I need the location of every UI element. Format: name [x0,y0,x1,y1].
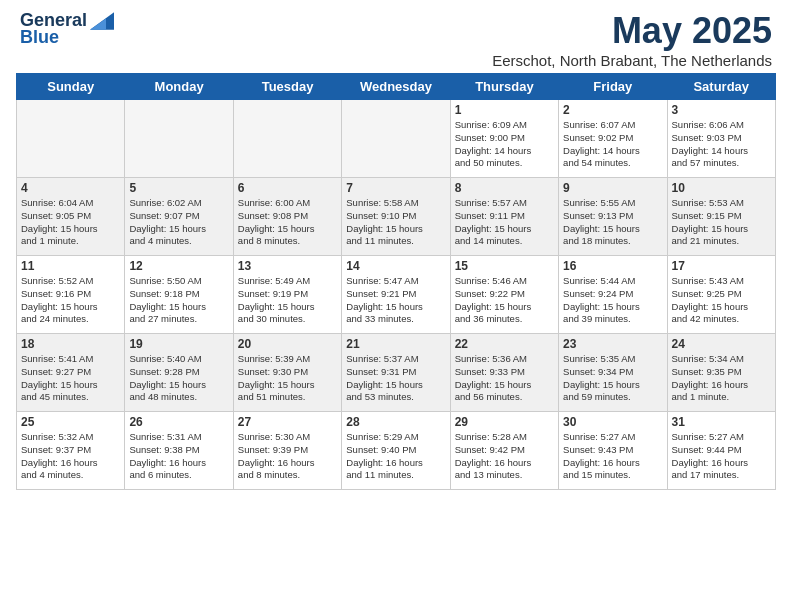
day-info: Sunrise: 5:30 AM Sunset: 9:39 PM Dayligh… [238,431,337,482]
day-number: 9 [563,181,662,195]
day-info: Sunrise: 5:32 AM Sunset: 9:37 PM Dayligh… [21,431,120,482]
day-number: 25 [21,415,120,429]
day-number: 5 [129,181,228,195]
day-info: Sunrise: 6:09 AM Sunset: 9:00 PM Dayligh… [455,119,554,170]
day-info: Sunrise: 5:31 AM Sunset: 9:38 PM Dayligh… [129,431,228,482]
day-info: Sunrise: 5:53 AM Sunset: 9:15 PM Dayligh… [672,197,771,248]
day-cell: 7Sunrise: 5:58 AM Sunset: 9:10 PM Daylig… [342,178,450,256]
day-number: 4 [21,181,120,195]
day-number: 30 [563,415,662,429]
day-cell: 25Sunrise: 5:32 AM Sunset: 9:37 PM Dayli… [17,412,125,490]
day-cell: 10Sunrise: 5:53 AM Sunset: 9:15 PM Dayli… [667,178,775,256]
logo-blue-text: Blue [20,27,59,48]
day-number: 28 [346,415,445,429]
day-cell: 17Sunrise: 5:43 AM Sunset: 9:25 PM Dayli… [667,256,775,334]
header-sunday: Sunday [17,74,125,100]
day-info: Sunrise: 5:57 AM Sunset: 9:11 PM Dayligh… [455,197,554,248]
day-info: Sunrise: 5:50 AM Sunset: 9:18 PM Dayligh… [129,275,228,326]
day-number: 16 [563,259,662,273]
location: Eerschot, North Brabant, The Netherlands [492,52,772,69]
day-number: 14 [346,259,445,273]
day-number: 27 [238,415,337,429]
day-cell: 13Sunrise: 5:49 AM Sunset: 9:19 PM Dayli… [233,256,341,334]
day-cell: 2Sunrise: 6:07 AM Sunset: 9:02 PM Daylig… [559,100,667,178]
week-row-3: 11Sunrise: 5:52 AM Sunset: 9:16 PM Dayli… [17,256,776,334]
day-number: 17 [672,259,771,273]
calendar-table: Sunday Monday Tuesday Wednesday Thursday… [16,73,776,490]
day-info: Sunrise: 5:43 AM Sunset: 9:25 PM Dayligh… [672,275,771,326]
day-info: Sunrise: 6:06 AM Sunset: 9:03 PM Dayligh… [672,119,771,170]
calendar-header-row: Sunday Monday Tuesday Wednesday Thursday… [17,74,776,100]
day-info: Sunrise: 5:58 AM Sunset: 9:10 PM Dayligh… [346,197,445,248]
header-saturday: Saturday [667,74,775,100]
week-row-2: 4Sunrise: 6:04 AM Sunset: 9:05 PM Daylig… [17,178,776,256]
day-cell: 27Sunrise: 5:30 AM Sunset: 9:39 PM Dayli… [233,412,341,490]
day-number: 6 [238,181,337,195]
day-cell [233,100,341,178]
day-info: Sunrise: 5:35 AM Sunset: 9:34 PM Dayligh… [563,353,662,404]
day-number: 2 [563,103,662,117]
day-info: Sunrise: 5:55 AM Sunset: 9:13 PM Dayligh… [563,197,662,248]
day-number: 20 [238,337,337,351]
day-number: 11 [21,259,120,273]
day-cell: 4Sunrise: 6:04 AM Sunset: 9:05 PM Daylig… [17,178,125,256]
day-cell: 24Sunrise: 5:34 AM Sunset: 9:35 PM Dayli… [667,334,775,412]
day-cell: 29Sunrise: 5:28 AM Sunset: 9:42 PM Dayli… [450,412,558,490]
day-cell: 18Sunrise: 5:41 AM Sunset: 9:27 PM Dayli… [17,334,125,412]
day-info: Sunrise: 6:04 AM Sunset: 9:05 PM Dayligh… [21,197,120,248]
day-cell: 12Sunrise: 5:50 AM Sunset: 9:18 PM Dayli… [125,256,233,334]
day-info: Sunrise: 5:46 AM Sunset: 9:22 PM Dayligh… [455,275,554,326]
day-cell: 19Sunrise: 5:40 AM Sunset: 9:28 PM Dayli… [125,334,233,412]
header-thursday: Thursday [450,74,558,100]
day-number: 7 [346,181,445,195]
day-number: 8 [455,181,554,195]
day-number: 18 [21,337,120,351]
calendar-wrapper: Sunday Monday Tuesday Wednesday Thursday… [0,73,792,494]
day-cell: 11Sunrise: 5:52 AM Sunset: 9:16 PM Dayli… [17,256,125,334]
day-cell: 14Sunrise: 5:47 AM Sunset: 9:21 PM Dayli… [342,256,450,334]
day-info: Sunrise: 5:37 AM Sunset: 9:31 PM Dayligh… [346,353,445,404]
day-number: 1 [455,103,554,117]
day-number: 24 [672,337,771,351]
day-number: 19 [129,337,228,351]
day-cell: 5Sunrise: 6:02 AM Sunset: 9:07 PM Daylig… [125,178,233,256]
week-row-4: 18Sunrise: 5:41 AM Sunset: 9:27 PM Dayli… [17,334,776,412]
day-cell: 16Sunrise: 5:44 AM Sunset: 9:24 PM Dayli… [559,256,667,334]
day-cell [342,100,450,178]
week-row-1: 1Sunrise: 6:09 AM Sunset: 9:00 PM Daylig… [17,100,776,178]
day-cell: 26Sunrise: 5:31 AM Sunset: 9:38 PM Dayli… [125,412,233,490]
day-info: Sunrise: 5:47 AM Sunset: 9:21 PM Dayligh… [346,275,445,326]
day-info: Sunrise: 5:39 AM Sunset: 9:30 PM Dayligh… [238,353,337,404]
day-cell: 8Sunrise: 5:57 AM Sunset: 9:11 PM Daylig… [450,178,558,256]
day-number: 29 [455,415,554,429]
day-number: 22 [455,337,554,351]
day-cell: 23Sunrise: 5:35 AM Sunset: 9:34 PM Dayli… [559,334,667,412]
day-info: Sunrise: 5:44 AM Sunset: 9:24 PM Dayligh… [563,275,662,326]
day-cell [125,100,233,178]
day-cell: 9Sunrise: 5:55 AM Sunset: 9:13 PM Daylig… [559,178,667,256]
day-cell: 30Sunrise: 5:27 AM Sunset: 9:43 PM Dayli… [559,412,667,490]
day-cell: 20Sunrise: 5:39 AM Sunset: 9:30 PM Dayli… [233,334,341,412]
day-info: Sunrise: 6:02 AM Sunset: 9:07 PM Dayligh… [129,197,228,248]
day-number: 15 [455,259,554,273]
day-number: 10 [672,181,771,195]
day-info: Sunrise: 5:40 AM Sunset: 9:28 PM Dayligh… [129,353,228,404]
day-info: Sunrise: 6:07 AM Sunset: 9:02 PM Dayligh… [563,119,662,170]
day-info: Sunrise: 6:00 AM Sunset: 9:08 PM Dayligh… [238,197,337,248]
day-info: Sunrise: 5:41 AM Sunset: 9:27 PM Dayligh… [21,353,120,404]
title-block: May 2025 Eerschot, North Brabant, The Ne… [492,10,772,69]
day-info: Sunrise: 5:49 AM Sunset: 9:19 PM Dayligh… [238,275,337,326]
day-number: 12 [129,259,228,273]
day-number: 23 [563,337,662,351]
day-number: 21 [346,337,445,351]
day-info: Sunrise: 5:52 AM Sunset: 9:16 PM Dayligh… [21,275,120,326]
day-cell: 15Sunrise: 5:46 AM Sunset: 9:22 PM Dayli… [450,256,558,334]
logo-icon [90,12,114,30]
day-info: Sunrise: 5:29 AM Sunset: 9:40 PM Dayligh… [346,431,445,482]
page-header: General Blue May 2025 Eerschot, North Br… [0,0,792,73]
day-cell [17,100,125,178]
day-info: Sunrise: 5:36 AM Sunset: 9:33 PM Dayligh… [455,353,554,404]
day-number: 26 [129,415,228,429]
day-number: 3 [672,103,771,117]
month-title: May 2025 [492,10,772,52]
